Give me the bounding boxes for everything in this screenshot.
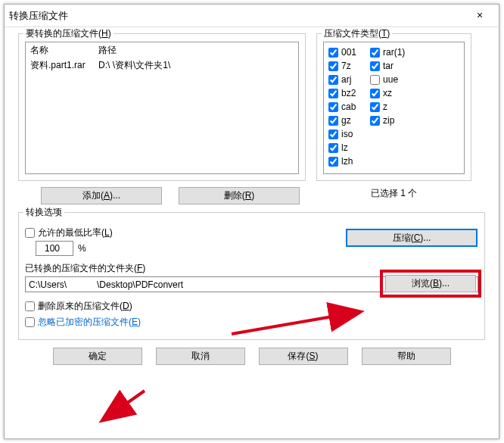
type-checkbox-rar(1)[interactable] xyxy=(370,48,380,58)
type-label: xz xyxy=(383,88,392,98)
type-checkbox-001[interactable] xyxy=(328,48,338,58)
compress-button[interactable]: 压缩(C)... xyxy=(347,229,477,246)
minrate-input[interactable] xyxy=(36,241,73,256)
type-item-z[interactable]: z xyxy=(370,100,405,114)
top-row: 要转换的压缩文件(H) 名称 路径 资料.part1.rar D:\ \资料\文… xyxy=(18,33,485,204)
add-button[interactable]: 添加(A)... xyxy=(41,187,162,204)
minrate-pct: % xyxy=(78,243,86,254)
type-label: rar(1) xyxy=(383,47,405,58)
type-item-rar(1)[interactable]: rar(1) xyxy=(370,45,405,59)
file-list[interactable]: 名称 路径 资料.part1.rar D:\ \资料\文件夹1\ xyxy=(25,42,299,174)
type-item-iso[interactable]: iso xyxy=(328,127,356,141)
list-item[interactable]: 资料.part1.rar D:\ \资料\文件夹1\ xyxy=(26,58,298,73)
skip-encrypted-row: 忽略已加密的压缩文件(E) xyxy=(25,316,478,329)
dialog-window: 转换压缩文件 × 要转换的压缩文件(H) 名称 路径 资料.part1.rar xyxy=(4,4,499,439)
minrate-label: 允许的最低比率(L) xyxy=(38,226,113,239)
type-item-7z[interactable]: 7z xyxy=(328,59,356,73)
delete-button[interactable]: 删除(R) xyxy=(179,187,300,204)
types-fieldset: 压缩文件类型(T) 0017zarjbz2cabgzisolzlzhrar(1)… xyxy=(316,33,471,181)
type-label: 7z xyxy=(341,61,351,71)
type-checkbox-lz[interactable] xyxy=(328,143,338,153)
delete-original-row: 删除原来的压缩文件(D) xyxy=(25,300,478,313)
selected-count: 已选择 1 个 xyxy=(316,187,471,200)
delete-original-label: 删除原来的压缩文件(D) xyxy=(38,300,132,313)
type-label: 001 xyxy=(341,47,356,58)
delete-original-checkbox[interactable] xyxy=(25,301,35,311)
skip-encrypted-label: 忽略已加密的压缩文件(E) xyxy=(38,316,141,329)
skip-encrypted-checkbox[interactable] xyxy=(25,317,35,327)
type-checkbox-cab[interactable] xyxy=(328,102,338,112)
type-item-zip[interactable]: zip xyxy=(370,114,405,127)
types-list: 0017zarjbz2cabgzisolzlzhrar(1)taruuexzzz… xyxy=(323,42,465,174)
type-item-cab[interactable]: cab xyxy=(328,100,356,114)
browse-highlight: 浏览(B)... xyxy=(380,270,481,298)
type-checkbox-tar[interactable] xyxy=(370,61,380,71)
left-column: 要转换的压缩文件(H) 名称 路径 资料.part1.rar D:\ \资料\文… xyxy=(18,33,306,204)
type-label: cab xyxy=(341,101,356,112)
bottom-buttons: 确定 取消 保存(S) 帮助 xyxy=(18,348,485,365)
save-button[interactable]: 保存(S) xyxy=(259,348,348,365)
file-name: 资料.part1.rar xyxy=(30,59,98,72)
type-label: lz xyxy=(341,142,348,153)
col-name-header: 名称 xyxy=(30,44,98,57)
type-label: tar xyxy=(383,61,394,71)
right-column: 压缩文件类型(T) 0017zarjbz2cabgzisolzlzhrar(1)… xyxy=(316,33,471,204)
cancel-button[interactable]: 取消 xyxy=(156,348,245,365)
type-label: uue xyxy=(383,74,398,85)
dialog-body: 要转换的压缩文件(H) 名称 路径 资料.part1.rar D:\ \资料\文… xyxy=(5,27,499,373)
type-item-arj[interactable]: arj xyxy=(328,73,356,86)
type-checkbox-iso[interactable] xyxy=(328,129,338,139)
titlebar: 转换压缩文件 × xyxy=(5,5,499,27)
type-checkbox-gz[interactable] xyxy=(328,116,338,126)
add-del-row: 添加(A)... 删除(R) xyxy=(18,187,306,204)
type-label: z xyxy=(383,101,387,112)
types-legend: 压缩文件类型(T) xyxy=(322,27,392,40)
type-item-bz2[interactable]: bz2 xyxy=(328,86,356,100)
type-checkbox-7z[interactable] xyxy=(328,61,338,71)
type-label: zip xyxy=(383,115,394,126)
file-list-header: 名称 路径 xyxy=(26,42,298,58)
ok-button[interactable]: 确定 xyxy=(53,348,142,365)
svg-line-1 xyxy=(104,391,145,420)
type-checkbox-z[interactable] xyxy=(370,102,380,112)
options-legend: 转换选项 xyxy=(23,206,64,219)
type-item-001[interactable]: 001 xyxy=(328,45,356,59)
title-text: 转换压缩文件 xyxy=(9,9,465,23)
type-checkbox-bz2[interactable] xyxy=(328,89,338,98)
help-button[interactable]: 帮助 xyxy=(362,348,451,365)
type-item-gz[interactable]: gz xyxy=(328,114,356,127)
file-path: D:\ \资料\文件夹1\ xyxy=(98,59,170,72)
type-checkbox-lzh[interactable] xyxy=(328,157,338,167)
type-checkbox-zip[interactable] xyxy=(370,116,380,126)
options-fieldset: 转换选项 允许的最低比率(L) % 压缩(C)... 已转换的压缩文件的文件夹(… xyxy=(18,212,485,340)
type-checkbox-uue[interactable] xyxy=(370,75,380,85)
type-checkbox-arj[interactable] xyxy=(328,75,338,85)
type-item-tar[interactable]: tar xyxy=(370,59,405,73)
type-label: gz xyxy=(341,115,351,126)
browse-button[interactable]: 浏览(B)... xyxy=(385,275,476,292)
type-item-xz[interactable]: xz xyxy=(370,86,405,100)
type-label: bz2 xyxy=(341,88,356,98)
arrow-to-ok xyxy=(99,389,152,427)
type-item-lzh[interactable]: lzh xyxy=(328,154,356,168)
files-fieldset: 要转换的压缩文件(H) 名称 路径 资料.part1.rar D:\ \资料\文… xyxy=(18,33,306,181)
files-legend: 要转换的压缩文件(H) xyxy=(23,27,114,40)
type-label: arj xyxy=(341,74,351,85)
type-item-lz[interactable]: lz xyxy=(328,141,356,154)
type-label: iso xyxy=(341,129,353,139)
type-item-uue[interactable]: uue xyxy=(370,73,405,86)
type-checkbox-xz[interactable] xyxy=(370,89,380,98)
col-path-header: 路径 xyxy=(98,44,117,57)
close-icon[interactable]: × xyxy=(465,7,494,25)
minrate-checkbox[interactable] xyxy=(25,228,35,238)
type-label: lzh xyxy=(341,156,353,167)
